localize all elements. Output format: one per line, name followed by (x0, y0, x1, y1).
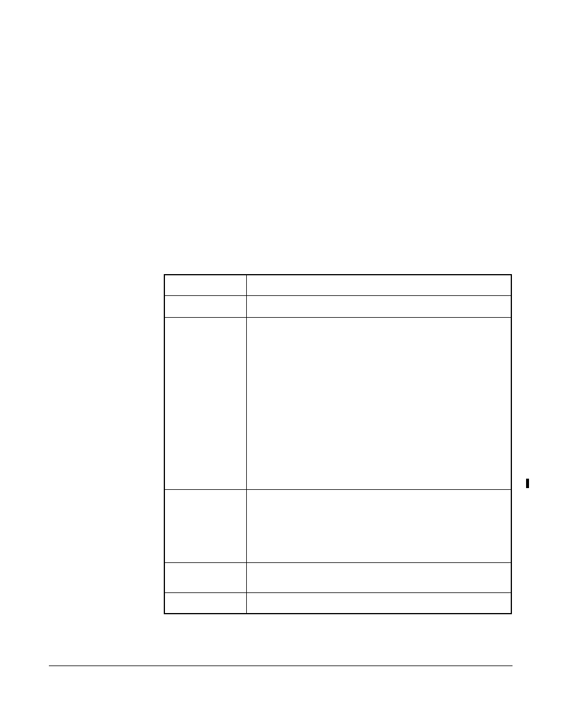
table-header-row (165, 275, 511, 296)
table-cell (247, 296, 511, 318)
table-header-cell (165, 275, 247, 296)
table-header-cell (247, 275, 511, 296)
table-cell (165, 593, 247, 614)
table-row (165, 593, 511, 614)
footer-rule (49, 666, 513, 666)
table-row (165, 490, 511, 563)
table-cell (247, 593, 511, 614)
table-row (165, 296, 511, 318)
table-row (165, 318, 511, 490)
change-bar-icon (526, 479, 529, 488)
table-cell (247, 490, 511, 563)
document-page: { "table": { "header": { "col1": "", "co… (0, 0, 562, 728)
table-cell (165, 296, 247, 318)
table-cell (165, 318, 247, 490)
table-cell (247, 563, 511, 593)
table-cell (165, 490, 247, 563)
table-cell (165, 563, 247, 593)
table-row (165, 563, 511, 593)
data-table (164, 274, 512, 614)
table-cell (247, 318, 511, 490)
